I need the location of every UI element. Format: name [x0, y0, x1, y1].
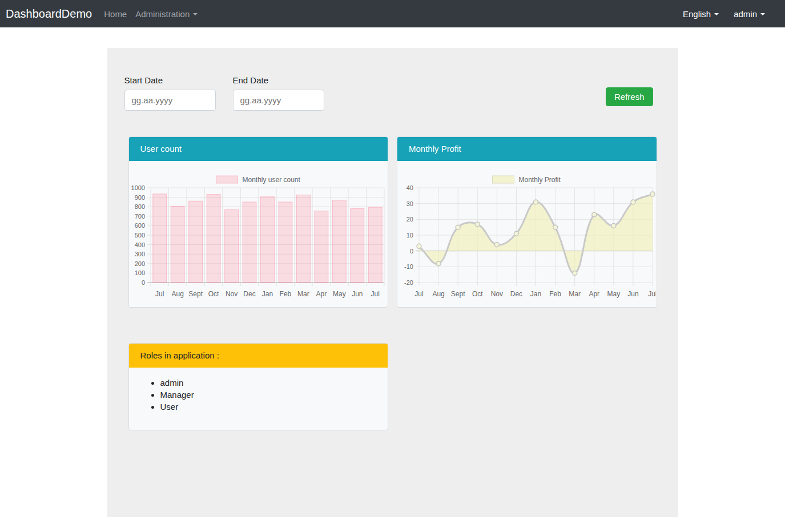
svg-text:Dec: Dec [243, 290, 255, 298]
role-item: Manager [160, 389, 388, 401]
svg-text:Sept: Sept [188, 290, 203, 298]
svg-text:Jul: Jul [371, 290, 379, 298]
svg-text:30: 30 [406, 200, 413, 207]
svg-text:Feb: Feb [279, 290, 291, 298]
svg-text:0: 0 [410, 248, 413, 255]
user-count-panel-header: User count [129, 137, 388, 161]
svg-text:Jul: Jul [155, 290, 164, 298]
svg-text:Nov: Nov [491, 290, 503, 298]
navbar-brand[interactable]: DashboardDemo [6, 7, 92, 21]
nav-item-administration[interactable]: Administration [135, 9, 198, 19]
user-dropdown[interactable]: admin [734, 9, 765, 19]
svg-text:900: 900 [134, 194, 144, 201]
chevron-down-icon [714, 13, 719, 15]
role-item: User [160, 401, 388, 413]
monthly-profit-chart-body: -20-10010203040JulAugSeptOctNovDecJanFeb… [397, 161, 657, 307]
svg-text:300: 300 [134, 251, 144, 257]
user-count-panel: User count 01002003004005006007008009001… [128, 136, 389, 308]
start-date-field: Start Date [124, 75, 216, 111]
svg-text:Jun: Jun [352, 290, 363, 298]
nav-item-home[interactable]: Home [104, 9, 127, 19]
svg-text:Jun: Jun [627, 290, 638, 298]
svg-text:700: 700 [134, 213, 144, 220]
end-date-field: End Date [233, 75, 324, 111]
nav-administration-label: Administration [135, 9, 190, 19]
end-date-input[interactable] [233, 90, 324, 111]
svg-text:Jan: Jan [530, 290, 541, 298]
svg-text:10: 10 [406, 232, 413, 239]
svg-text:Sept: Sept [451, 290, 465, 298]
svg-text:600: 600 [134, 222, 144, 229]
svg-text:Mar: Mar [569, 290, 581, 298]
language-dropdown[interactable]: English [683, 9, 719, 19]
navbar-right: English admin [683, 9, 765, 19]
svg-text:Apr: Apr [316, 290, 327, 298]
navbar: DashboardDemo Home Administration Englis… [0, 0, 785, 27]
svg-text:-20: -20 [404, 279, 413, 286]
monthly-profit-line-chart: -20-10010203040JulAugSeptOctNovDecJanFeb… [397, 161, 656, 307]
dashboard-container: Start Date End Date Refresh User count 0… [107, 48, 678, 517]
svg-text:Oct: Oct [208, 290, 219, 298]
svg-text:Apr: Apr [589, 290, 599, 298]
filters-row: Start Date End Date Refresh [107, 48, 678, 111]
roles-panel: Roles in application : adminManagerUser [128, 343, 388, 430]
charts-row: User count 01002003004005006007008009001… [128, 136, 657, 308]
monthly-profit-panel-header: Monthly Profit [397, 137, 657, 161]
svg-text:-10: -10 [404, 263, 413, 270]
svg-text:Feb: Feb [549, 290, 561, 298]
roles-panel-body: adminManagerUser [129, 368, 388, 430]
svg-text:400: 400 [134, 241, 144, 248]
refresh-button[interactable]: Refresh [606, 87, 653, 106]
svg-text:Oct: Oct [472, 290, 483, 298]
svg-text:200: 200 [134, 260, 144, 267]
start-date-label: Start Date [124, 75, 216, 85]
user-dropdown-label: admin [734, 9, 757, 19]
start-date-input[interactable] [124, 90, 216, 111]
svg-text:100: 100 [134, 269, 144, 276]
svg-text:1000: 1000 [131, 184, 144, 191]
svg-text:May: May [607, 290, 620, 298]
svg-text:Jan: Jan [261, 290, 272, 298]
svg-text:20: 20 [406, 216, 413, 223]
role-item: admin [160, 377, 388, 389]
svg-text:Jul: Jul [414, 290, 423, 298]
end-date-label: End Date [233, 75, 324, 85]
svg-text:May: May [333, 290, 346, 298]
svg-text:Jul: Jul [648, 290, 656, 298]
roles-panel-header: Roles in application : [129, 344, 388, 368]
svg-text:Monthly Profit: Monthly Profit [518, 176, 561, 184]
svg-text:Dec: Dec [510, 290, 522, 298]
svg-text:Aug: Aug [432, 290, 444, 298]
monthly-profit-panel: Monthly Profit -20-10010203040JulAugSept… [397, 136, 657, 308]
svg-text:Monthly user count: Monthly user count [242, 176, 300, 184]
svg-text:0: 0 [141, 279, 144, 286]
svg-text:500: 500 [134, 232, 144, 239]
user-count-chart-body: 01002003004005006007008009001000JulAugSe… [129, 161, 388, 307]
language-dropdown-label: English [683, 9, 711, 19]
chevron-down-icon [193, 13, 198, 15]
chevron-down-icon [760, 13, 765, 15]
svg-text:40: 40 [406, 184, 413, 191]
user-count-bar-chart: 01002003004005006007008009001000JulAugSe… [129, 161, 388, 307]
svg-text:Aug: Aug [171, 290, 183, 298]
svg-text:Nov: Nov [225, 290, 237, 298]
roles-list: adminManagerUser [129, 377, 388, 413]
svg-text:Mar: Mar [297, 290, 309, 298]
svg-text:800: 800 [134, 203, 144, 210]
